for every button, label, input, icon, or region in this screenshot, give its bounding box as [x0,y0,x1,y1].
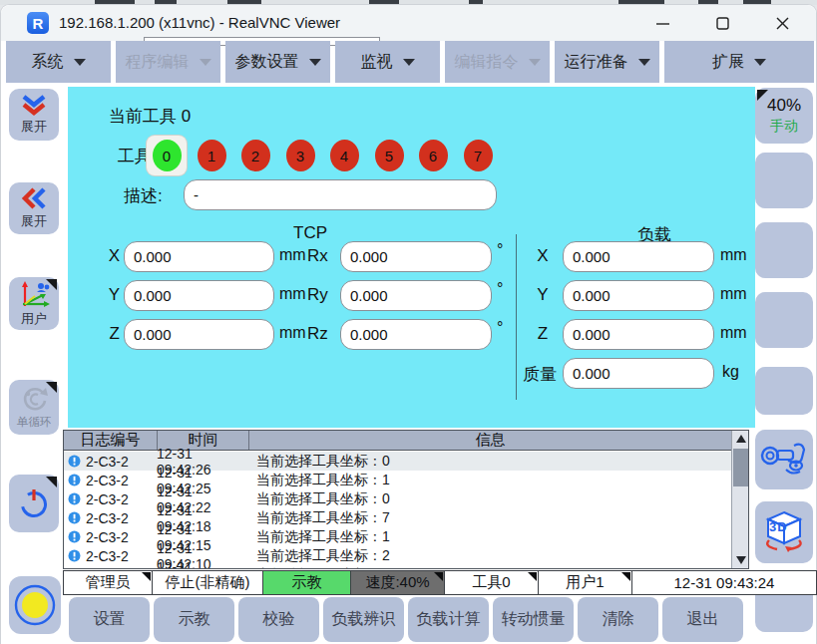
chevron-down-icon [200,59,211,66]
right-sidebar-button-3[interactable] [755,222,813,278]
verify-button[interactable]: 校验 [238,597,319,642]
right-sidebar-button-2[interactable] [755,153,813,208]
load-x-input[interactable] [563,241,714,272]
status-label: 12-31 09:43:24 [674,574,775,591]
scrollbar-thumb[interactable] [733,449,748,486]
log-message: 当前选择工具坐标：2 [248,547,731,565]
tool-radio-2[interactable]: 2 [235,136,275,175]
single-cycle-label: 单循环 [17,415,52,430]
current-tool-label: 当前工具 0 [109,105,191,128]
arrow-down-icon [736,556,746,564]
right-sidebar-button-4[interactable] [755,292,813,348]
info-icon [68,492,81,505]
log-id: 2-C3-2 [86,567,129,570]
log-header-id: 日志编号 [64,431,157,450]
minimize-button[interactable] [639,5,685,41]
settings-button[interactable]: 设置 [69,597,150,642]
log-row-partial[interactable]: 2-C3-2 12-31 09:42:07 当前选择工具坐标：0 [64,565,731,569]
view-3d-button[interactable]: 3D [755,501,813,563]
right-sidebar-button-5[interactable] [755,367,813,415]
log-id: 2-C3-2 [86,491,129,507]
arrow-up-icon [736,435,746,443]
power-icon [17,486,51,520]
gripper-view-button[interactable] [755,430,813,489]
load-z-input[interactable] [563,319,714,350]
status-user-role[interactable]: 管理员 [63,570,153,595]
manual-mode-label: 手动 [770,118,798,136]
scroll-down-button[interactable] [732,552,749,568]
menu-tab-system[interactable]: 系统 [6,41,111,83]
load-mass-input[interactable] [563,358,714,389]
inertia-button[interactable]: 转动惯量 [493,597,574,642]
tool-radio-5[interactable]: 5 [369,136,409,175]
load-y-input[interactable] [563,280,714,311]
info-icon [68,549,81,562]
tool-radio-0[interactable]: 0 [147,136,187,175]
load-mass-unit: kg [722,363,739,381]
tcp-z-label: Z [106,324,120,344]
log-id: 2-C3-2 [86,454,129,470]
user-frame-button[interactable]: 用户 [9,277,59,330]
speed-mode-button[interactable]: 40% 手动 [755,88,813,144]
tcp-y-label: Y [106,285,120,305]
corner-marker-icon [757,90,768,101]
info-icon [68,530,81,543]
scroll-up-button[interactable] [732,431,749,447]
description-input[interactable] [184,179,497,210]
tcp-ry-unit: ° [497,280,503,298]
expand-down-button[interactable]: 展开 [9,89,59,141]
log-message: 当前选择工具坐标：7 [248,509,731,527]
clear-button[interactable]: 清除 [578,597,658,642]
tool-radio-6[interactable]: 6 [413,136,453,175]
tcp-y-input[interactable] [124,280,274,311]
close-button[interactable] [759,5,805,41]
exit-button[interactable]: 退出 [662,597,743,642]
status-datetime: 12-31 09:43:24 [631,570,817,595]
tcp-rz-input[interactable] [340,319,492,350]
status-teach-mode: 示教 [262,570,351,595]
tool-radio-7[interactable]: 7 [458,136,498,175]
menu-tab-label: 扩展 [712,52,744,73]
menu-tab-program-edit: 程序编辑 [116,41,220,83]
tool-radio-4[interactable]: 4 [324,136,364,175]
log-message: 当前选择工具坐标：0 [248,566,731,570]
status-speed[interactable]: 速度:40% [350,570,445,595]
chevron-down-icon [309,59,321,66]
tcp-ry-label: Ry [307,285,328,305]
log-scrollbar[interactable] [731,431,748,568]
tcp-x-unit: mm [279,246,306,264]
tool-radio-1[interactable]: 1 [192,136,231,175]
status-tool[interactable]: 工具0 [444,570,539,595]
corner-marker-icon [434,572,443,581]
menu-tab-parameter-settings[interactable]: 参数设置 [225,41,330,83]
corner-marker-icon [46,477,57,487]
window-title: 192.168.1.200 (x11vnc) - RealVNC Viewer [59,14,340,31]
menu-tab-label: 程序编辑 [126,52,190,73]
expand-label: 展开 [21,118,47,136]
power-button[interactable] [9,475,59,532]
status-label: 工具0 [472,573,510,592]
menu-tab-extension[interactable]: 扩展 [664,41,814,83]
load-identify-button[interactable]: 负载辨识 [323,597,404,642]
expand-down-icon [19,94,49,116]
menu-tab-label: 系统 [32,52,64,73]
menu-tab-run-prepare[interactable]: 运行准备 [555,41,659,83]
tcp-rx-input[interactable] [340,241,492,272]
tcp-ry-input[interactable] [340,280,492,311]
tcp-x-input[interactable] [124,241,274,272]
maximize-button[interactable] [699,5,745,41]
menu-tab-edit-instruction: 编辑指令 [445,41,550,83]
teach-button[interactable]: 示教 [154,597,234,642]
expand-left-button[interactable]: 展开 [9,182,59,234]
status-user-frame[interactable]: 用户1 [538,570,632,595]
menu-tab-monitor[interactable]: 监视 [335,41,440,83]
log-message: 当前选择工具坐标：0 [248,453,731,471]
tcp-z-input[interactable] [124,319,274,350]
tool-radio-3[interactable]: 3 [280,136,320,175]
indicator-button[interactable] [9,576,61,634]
load-calc-button[interactable]: 负载计算 [408,597,489,642]
log-message: 当前选择工具坐标：0 [248,490,731,508]
log-table: 日志编号 时间 信息 2-C3-2 12-31 09:42:26 当前选择工具坐… [63,430,749,569]
menu-tab-label: 参数设置 [235,52,299,73]
tcp-rz-unit: ° [497,319,503,337]
